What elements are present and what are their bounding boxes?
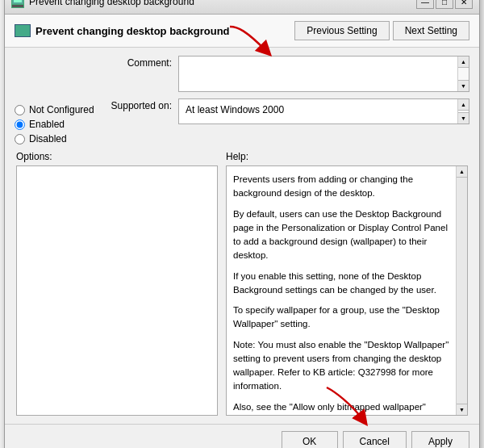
supported-value: At least Windows 2000: [179, 99, 457, 124]
dialog-title: Prevent changing desktop background: [35, 25, 230, 37]
comment-scroll-track: [458, 68, 469, 80]
navigation-buttons: Previous Setting Next Setting: [294, 21, 469, 40]
help-para-4: To specify wallpaper for a group, use th…: [233, 304, 449, 332]
ok-button[interactable]: OK: [282, 431, 338, 448]
disabled-label: Disabled: [29, 133, 67, 144]
main-window: Prevent changing desktop background — □ …: [4, 0, 480, 448]
supported-scroll-up[interactable]: ▲: [458, 99, 469, 111]
next-setting-button[interactable]: Next Setting: [393, 21, 469, 40]
help-para-1: Prevents users from adding or changing t…: [233, 173, 449, 201]
help-scroll-down[interactable]: ▼: [457, 404, 467, 415]
comment-scroll-up[interactable]: ▲: [458, 57, 469, 68]
window-title: Prevent changing desktop background: [29, 0, 194, 7]
cancel-button[interactable]: Cancel: [343, 431, 407, 448]
supported-scroll-down[interactable]: ▼: [458, 112, 469, 124]
help-label: Help:: [226, 151, 468, 162]
not-configured-radio[interactable]: [15, 105, 25, 115]
bottom-bar: OK Cancel Apply: [5, 424, 479, 448]
options-label: Options:: [16, 151, 218, 162]
supported-row: Supported on: At least Windows 2000 ▲ ▼: [99, 98, 469, 124]
help-scroll-track: [457, 178, 467, 404]
title-bar-left: Prevent changing desktop background: [11, 0, 194, 8]
comment-scrollbar: ▲ ▼: [457, 57, 469, 91]
help-panel: Help: Prevents users from adding or chan…: [226, 151, 468, 416]
title-bar: Prevent changing desktop background — □ …: [5, 0, 479, 15]
close-button[interactable]: ✕: [455, 0, 473, 9]
two-panel: Options: Help: Prevents users from addin…: [15, 151, 469, 416]
dialog-header-title-area: Prevent changing desktop background: [15, 24, 230, 37]
supported-box: At least Windows 2000 ▲ ▼: [178, 98, 469, 124]
options-panel: Options:: [16, 151, 218, 416]
not-configured-label: Not Configured: [29, 104, 94, 115]
apply-button[interactable]: Apply: [411, 431, 469, 448]
not-configured-option[interactable]: Not Configured: [15, 104, 99, 115]
dialog-header: Prevent changing desktop background Prev…: [5, 15, 479, 48]
minimize-button[interactable]: —: [416, 0, 434, 9]
help-scrollbar: ▲ ▼: [456, 166, 467, 415]
right-meta-panel: Comment: ▲ ▼ Supported on: At least: [99, 56, 469, 148]
supported-scrollbar: ▲ ▼: [457, 99, 469, 124]
enabled-option[interactable]: Enabled: [15, 119, 99, 130]
help-scroll-up[interactable]: ▲: [457, 166, 467, 178]
title-icon: [11, 0, 24, 8]
help-para-2: By default, users can use the Desktop Ba…: [233, 207, 449, 263]
help-para-5: Note: You must also enable the "Desktop …: [233, 338, 449, 394]
supported-label: Supported on:: [99, 98, 172, 111]
comment-row: Comment: ▲ ▼: [99, 56, 469, 92]
content-area: Not Configured Enabled Disabled Comment:: [5, 48, 479, 424]
enabled-label: Enabled: [29, 119, 65, 130]
enabled-radio[interactable]: [15, 119, 25, 130]
disabled-radio[interactable]: [15, 134, 25, 144]
comment-scroll-down[interactable]: ▼: [458, 80, 469, 91]
comment-textarea[interactable]: [179, 57, 457, 91]
help-para-3: If you enable this setting, none of the …: [233, 270, 449, 298]
help-box: Prevents users from adding or changing t…: [226, 165, 468, 416]
maximize-button[interactable]: □: [436, 0, 453, 9]
policy-icon: [15, 24, 31, 37]
options-box[interactable]: [16, 165, 218, 416]
comment-box: ▲ ▼: [178, 56, 469, 92]
help-text-content: Prevents users from adding or changing t…: [227, 166, 456, 415]
svg-rect-1: [14, 0, 22, 2]
disabled-option[interactable]: Disabled: [15, 133, 99, 144]
title-controls: — □ ✕: [416, 0, 473, 9]
comment-label: Comment:: [99, 56, 172, 69]
svg-rect-2: [12, 5, 23, 7]
radio-group: Not Configured Enabled Disabled: [15, 56, 99, 148]
previous-setting-button[interactable]: Previous Setting: [294, 21, 389, 40]
help-para-6: Also, see the "Allow only bitmapped wall…: [233, 400, 449, 416]
